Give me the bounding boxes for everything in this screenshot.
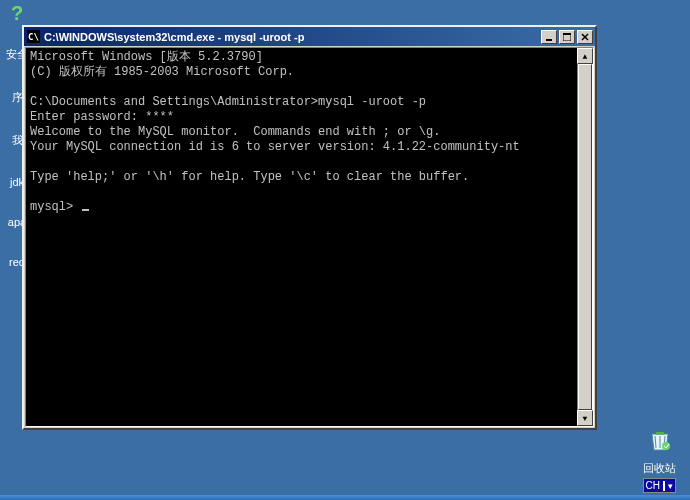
terminal-output: Microsoft Windows [版本 5.2.3790] (C) 版权所有…: [30, 50, 575, 215]
titlebar[interactable]: C\ C:\WINDOWS\system32\cmd.exe - mysql -…: [24, 27, 595, 46]
window-title: C:\WINDOWS\system32\cmd.exe - mysql -uro…: [44, 31, 539, 43]
scrollbar[interactable]: ▲ ▼: [577, 48, 593, 426]
scroll-up-button[interactable]: ▲: [577, 48, 593, 64]
maximize-button[interactable]: [559, 30, 575, 44]
desktop-icon-label: 序: [12, 90, 23, 105]
recycle-bin[interactable]: 回收站: [643, 426, 676, 476]
svg-rect-2: [563, 33, 571, 35]
cmd-icon: C\: [27, 30, 40, 43]
recycle-bin-icon: [646, 426, 674, 461]
svg-point-5: [662, 442, 670, 450]
scroll-thumb[interactable]: [578, 64, 592, 410]
terminal[interactable]: Microsoft Windows [版本 5.2.3790] (C) 版权所有…: [25, 47, 594, 427]
cursor: [82, 209, 89, 211]
help-icon[interactable]: ?: [2, 2, 32, 27]
svg-rect-0: [546, 39, 552, 41]
desktop-icon-label: 我: [12, 133, 23, 148]
ime-indicator[interactable]: CH ▾: [643, 478, 676, 493]
minimize-button[interactable]: [541, 30, 557, 44]
close-button[interactable]: [577, 30, 593, 44]
ime-caret-icon: ▾: [668, 481, 673, 491]
taskbar[interactable]: [0, 495, 690, 500]
ime-bar-icon: [663, 481, 665, 491]
ime-label: CH: [646, 480, 660, 491]
scroll-track[interactable]: [577, 64, 593, 410]
scroll-down-button[interactable]: ▼: [577, 410, 593, 426]
cmd-window: C\ C:\WINDOWS\system32\cmd.exe - mysql -…: [22, 25, 597, 430]
question-icon: ?: [11, 2, 23, 25]
recycle-bin-label: 回收站: [643, 461, 676, 476]
window-controls: [539, 30, 593, 44]
